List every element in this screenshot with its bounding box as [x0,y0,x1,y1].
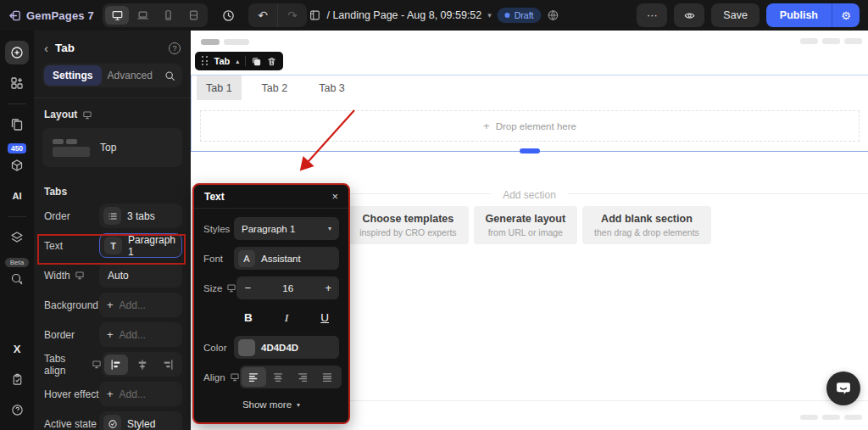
font-icon: A [238,250,255,267]
save-button[interactable]: Save [711,3,760,27]
interactions-beta-button[interactable] [5,267,29,291]
align-right-icon[interactable] [156,355,180,375]
chevron-down-icon[interactable]: ▾ [487,11,492,20]
font-selector[interactable]: A Assistant [234,247,339,270]
logo-text: GemPages 7 [26,9,94,22]
align-left-icon[interactable] [104,355,128,375]
logo-icon [8,9,21,22]
gempages-editor: GemPages 7 ↶ [0,0,868,430]
footer-placeholder [800,415,818,420]
header-placeholder [822,38,840,44]
pages-button[interactable] [5,113,29,137]
tab-settings[interactable]: Settings [44,65,102,86]
popup-title: Text [204,191,225,203]
add-section-handle[interactable] [520,148,540,154]
underline-button[interactable]: U [320,311,329,324]
help-circle-icon[interactable]: ? [169,42,181,54]
laptop-device-button[interactable] [131,6,154,25]
color-row: Color 4D4D4D [194,332,348,362]
page-title: / Landing Page - Aug 8, 09:59:52 [326,9,481,21]
help-button[interactable] [5,398,29,422]
styles-row: Styles Paragraph 1 ▾ [194,214,348,243]
header-placeholder [800,38,818,44]
layers-button[interactable] [5,226,29,249]
color-swatch[interactable] [238,339,255,356]
text-style-control[interactable]: T Paragraph 1 [99,233,182,258]
device-switcher [103,3,208,27]
duplicate-icon[interactable] [252,57,261,66]
text-align-left-icon[interactable] [242,367,266,387]
publish-button[interactable]: Publish [766,3,832,27]
layout-position-selector[interactable]: Top [42,128,182,167]
chat-support-button[interactable] [826,371,860,405]
chevron-down-icon: ▾ [297,401,300,409]
drag-handle-icon[interactable] [202,56,209,66]
checklist-button[interactable] [5,367,29,391]
chevron-up-icon[interactable]: ▴ [236,58,239,65]
undo-button[interactable]: ↶ [248,3,277,27]
device-indicator-icon [82,110,92,120]
font-row: Font A Assistant [194,243,348,273]
format-row: B I U [194,303,348,332]
products-button[interactable] [5,154,29,177]
italic-button[interactable]: I [285,311,289,325]
back-button[interactable]: ‹ [44,41,48,55]
tab-advanced[interactable]: Advanced [102,65,159,86]
size-value[interactable]: 16 [282,283,293,293]
layout-section-label: Layout [34,98,191,120]
canvas-tab-1[interactable]: Tab 1 [197,75,242,100]
element-name[interactable]: Tab [214,56,231,66]
text-align-center-icon[interactable] [266,367,291,387]
choose-templates-button[interactable]: Choose templates inspired by CRO experts [348,206,468,244]
canvas-tab-2[interactable]: Tab 2 [253,75,298,100]
align-center-icon[interactable] [131,355,154,375]
hover-effect-add-control[interactable]: + Add... [99,382,182,406]
beta-badge: Beta [5,258,29,267]
background-add-control[interactable]: + Add... [99,293,182,317]
border-add-control[interactable]: + Add... [99,322,182,347]
redo-button[interactable]: ↷ [278,3,307,27]
size-increase-button[interactable]: + [325,282,331,294]
color-control[interactable]: 4D4D4D [234,336,339,359]
page-title-group[interactable]: / Landing Page - Aug 8, 09:59:52 ▾ Draft [309,0,559,31]
canvas-tab-3[interactable]: Tab 3 [309,75,354,100]
preview-eye-button[interactable] [674,3,704,27]
drop-element-zone[interactable]: + Drop element here [200,110,860,142]
layout-preview [53,139,90,157]
gempages-logo[interactable]: GemPages 7 [8,9,94,22]
text-align-justify-icon[interactable] [315,367,340,387]
x-social-button[interactable]: X [5,337,29,360]
styles-dropdown[interactable]: Paragraph 1 ▾ [234,217,339,240]
plus-icon: + [107,388,114,400]
more-options-button[interactable]: ··· [637,3,667,27]
add-element-button[interactable] [5,41,29,64]
publish-settings-gear-button[interactable]: ⚙ [832,3,860,27]
mobile-device-button[interactable] [156,6,180,25]
tablet-device-button[interactable] [181,6,205,25]
add-blank-section-button[interactable]: Add blank section then drag & drop eleme… [582,206,711,244]
status-dot [505,13,510,18]
search-icon[interactable] [159,65,181,86]
header-placeholder [224,39,249,45]
hover-effect-row: Hover effect + Add... [34,379,191,409]
bold-button[interactable]: B [244,311,253,324]
add-section-label: Add section [491,189,568,201]
size-decrease-button[interactable]: − [244,282,251,294]
generate-layout-button[interactable]: Generate layout from URL or image [474,206,577,244]
width-control[interactable]: Auto [99,263,182,288]
text-align-right-icon[interactable] [291,367,315,387]
show-more-button[interactable]: Show more ▾ [194,392,348,417]
ai-assistant-button[interactable]: AI [5,184,29,208]
desktop-device-button[interactable] [105,6,129,25]
globe-icon[interactable] [548,9,559,21]
history-icon[interactable] [216,4,240,26]
active-state-row: Active state Styled [34,409,191,430]
close-icon[interactable]: × [331,190,338,203]
plus-icon: + [107,299,114,311]
undo-redo-group: ↶ ↷ [248,3,307,27]
left-icon-rail: 450 AI Beta X [0,31,34,430]
elements-library-button[interactable] [5,71,29,95]
active-state-control[interactable]: Styled [99,411,182,430]
delete-icon[interactable] [267,57,276,66]
order-control[interactable]: 3 tabs [99,204,182,228]
